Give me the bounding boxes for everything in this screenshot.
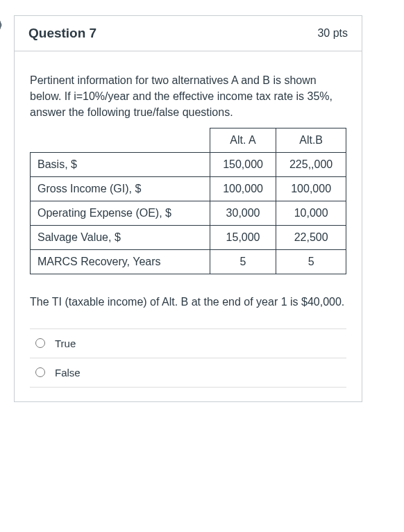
answer-option-true[interactable]: True <box>30 329 346 358</box>
row-val-b: 5 <box>276 249 346 274</box>
answer-list: True False <box>30 329 346 388</box>
table-row: Basis, $ 150,000 225,,000 <box>31 152 346 176</box>
radio-true[interactable] <box>35 338 45 348</box>
table-row: Gross Income (GI), $ 100,000 100,000 <box>31 176 346 201</box>
answer-label: False <box>55 367 81 379</box>
question-body: Pertinent information for two alternativ… <box>15 51 362 401</box>
row-val-b: 10,000 <box>276 201 346 225</box>
question-intro-text: Pertinent information for two alternativ… <box>30 72 346 121</box>
row-val-a: 150,000 <box>210 152 276 176</box>
row-val-b: 100,000 <box>276 176 346 201</box>
radio-false[interactable] <box>35 367 45 377</box>
row-label: Gross Income (GI), $ <box>31 176 210 201</box>
table-header-alt-b: Alt.B <box>276 128 346 152</box>
answer-label: True <box>55 338 76 349</box>
row-label: MARCS Recovery, Years <box>31 249 210 274</box>
row-label: Salvage Value, $ <box>31 225 210 249</box>
table-row: Operating Expense (OE), $ 30,000 10,000 <box>31 201 346 225</box>
question-points: 30 pts <box>317 27 348 40</box>
table-header-alt-a: Alt. A <box>210 128 276 152</box>
data-table: Alt. A Alt.B Basis, $ 150,000 225,,000 G… <box>30 128 346 274</box>
question-header: Question 7 30 pts <box>15 16 362 51</box>
row-val-b: 225,,000 <box>276 152 346 176</box>
row-val-a: 100,000 <box>210 176 276 201</box>
question-statement: The TI (taxable income) of Alt. B at the… <box>30 294 346 310</box>
table-row: MARCS Recovery, Years 5 5 <box>31 249 346 274</box>
row-label: Operating Expense (OE), $ <box>31 201 210 225</box>
row-val-b: 22,500 <box>276 225 346 249</box>
question-title: Question 7 <box>28 26 96 41</box>
row-val-a: 5 <box>210 249 276 274</box>
question-card: Question 7 30 pts Pertinent information … <box>14 15 362 402</box>
table-row: Salvage Value, $ 15,000 22,500 <box>31 225 346 249</box>
row-label: Basis, $ <box>31 152 210 176</box>
table-header-empty <box>31 128 210 152</box>
row-val-a: 15,000 <box>210 225 276 249</box>
answer-option-false[interactable]: False <box>30 358 346 388</box>
row-val-a: 30,000 <box>210 201 276 225</box>
